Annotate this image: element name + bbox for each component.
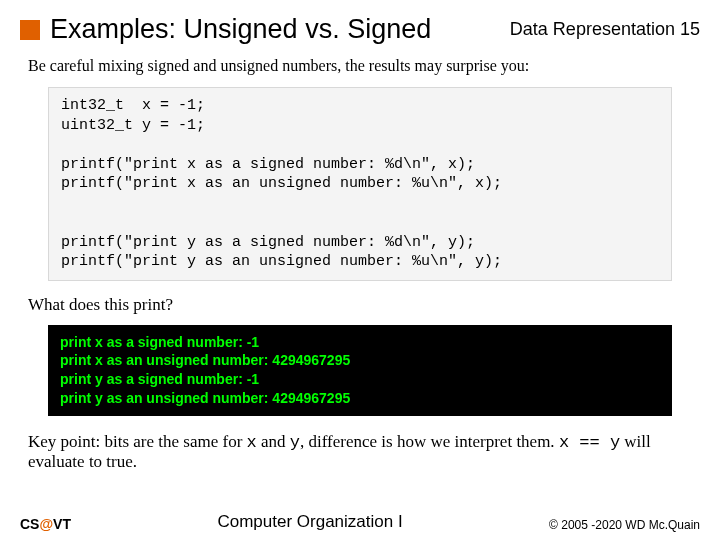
footer-center: Computer Organization I — [217, 512, 402, 532]
key-point: Key point: bits are the same for x and y… — [28, 432, 692, 472]
kp-text: Key point: bits are the same for — [28, 432, 247, 451]
footer-cs: CS — [20, 516, 39, 532]
slide-title: Examples: Unsigned vs. Signed — [50, 14, 431, 45]
kp-text: , difference is how we interpret them. — [300, 432, 559, 451]
kp-var-y: y — [290, 433, 300, 452]
footer-at: @ — [39, 516, 53, 532]
orange-square-icon — [20, 20, 40, 40]
footer-vt: VT — [53, 516, 71, 532]
terminal-output: print x as a signed number: -1 print x a… — [48, 325, 672, 417]
intro-text: Be careful mixing signed and unsigned nu… — [28, 57, 692, 75]
chapter-name: Data Representation — [510, 19, 675, 39]
kp-var-x: x — [247, 433, 257, 452]
output-line: print x as an unsigned number: 429496729… — [60, 351, 660, 370]
footer-copyright: © 2005 -2020 WD Mc.Quain — [549, 518, 700, 532]
code-block: int32_t x = -1; uint32_t y = -1; printf(… — [48, 87, 672, 281]
kp-text: and — [257, 432, 290, 451]
output-line: print x as a signed number: -1 — [60, 333, 660, 352]
output-line: print y as an unsigned number: 429496729… — [60, 389, 660, 408]
chapter-heading: Data Representation 15 — [510, 19, 700, 40]
page-number: 15 — [680, 19, 700, 39]
kp-expr: x == y — [559, 433, 620, 452]
footer-left: CS@VT — [20, 516, 71, 532]
output-line: print y as a signed number: -1 — [60, 370, 660, 389]
question-text: What does this print? — [28, 295, 692, 315]
